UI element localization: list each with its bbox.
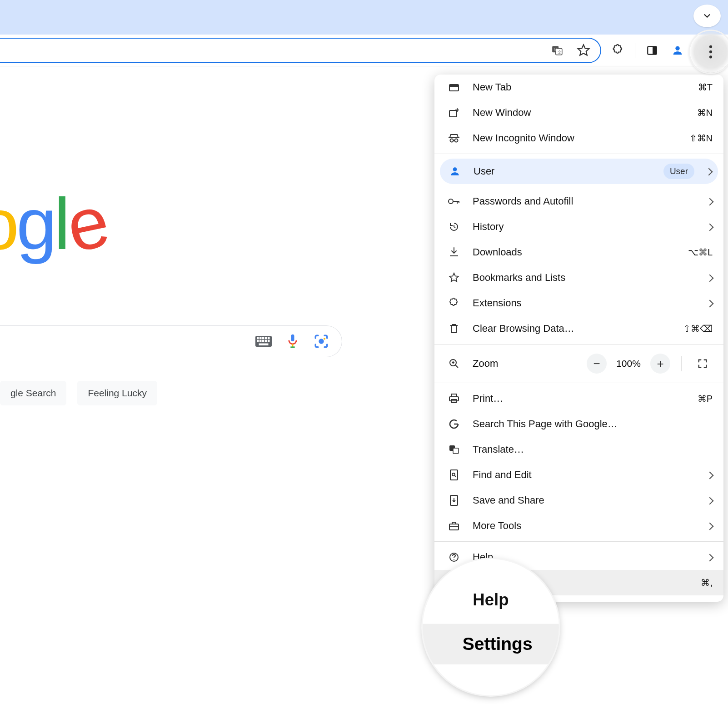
zoom-in-button[interactable]: + xyxy=(650,354,670,374)
incognito-icon xyxy=(447,134,461,143)
google-buttons: gle Search Feeling Lucky xyxy=(0,381,157,405)
star-icon xyxy=(447,272,461,283)
svg-rect-19 xyxy=(265,340,267,342)
puzzle-icon xyxy=(612,44,624,57)
toolbar-divider xyxy=(635,43,635,58)
chevron-right-icon xyxy=(706,165,712,177)
chevron-right-icon xyxy=(707,469,713,481)
svg-text:G: G xyxy=(553,47,557,51)
menu-new-window[interactable]: New Window ⌘N xyxy=(434,100,723,125)
fullscreen-icon xyxy=(698,359,708,369)
menu-bookmarks[interactable]: Bookmarks and Lists xyxy=(434,265,723,290)
svg-point-36 xyxy=(453,167,457,171)
menu-more-tools[interactable]: More Tools xyxy=(434,513,723,539)
menu-item-label: Clear Browsing Data… xyxy=(473,323,671,335)
menu-shortcut: ⌘, xyxy=(701,577,713,588)
menu-find[interactable]: Find and Edit xyxy=(434,462,723,488)
menu-divider xyxy=(434,383,723,383)
fullscreen-button[interactable] xyxy=(693,354,713,374)
zoom-value: 100% xyxy=(615,358,642,369)
keyboard-icon[interactable] xyxy=(255,335,272,347)
svg-rect-29 xyxy=(449,110,457,117)
menu-button-highlight xyxy=(690,31,728,73)
google-logo: oogle xyxy=(0,182,105,266)
chevron-right-icon xyxy=(707,195,713,207)
toolbar: G文 xyxy=(0,35,728,66)
menu-settings[interactable]: Settings ⌘, xyxy=(434,570,723,595)
save-icon xyxy=(447,494,461,506)
svg-rect-15 xyxy=(268,337,270,340)
chevron-right-icon xyxy=(707,551,713,563)
menu-extensions[interactable]: Extensions xyxy=(434,290,723,316)
menu-item-label: New Window xyxy=(473,107,685,119)
menu-shortcut: ⌘T xyxy=(698,82,713,93)
menu-item-label: Help xyxy=(473,551,695,563)
zoom-out-button[interactable]: − xyxy=(587,354,607,374)
sidepanel-button[interactable] xyxy=(643,42,661,59)
translate-icon[interactable]: G文 xyxy=(548,42,566,59)
extensions-button[interactable] xyxy=(609,42,627,59)
menu-search-page[interactable]: Search This Page with Google… xyxy=(434,411,723,437)
menu-item-label: History xyxy=(473,221,695,233)
zoom-divider xyxy=(681,356,682,371)
menu-save-share[interactable]: Save and Share xyxy=(434,488,723,513)
lens-icon[interactable] xyxy=(314,334,329,349)
menu-shortcut: ⇧⌘⌫ xyxy=(683,323,713,334)
svg-rect-52 xyxy=(450,470,458,480)
menu-help[interactable]: Help xyxy=(434,544,723,570)
menu-shortcut: ⌥⌘L xyxy=(688,247,713,258)
menu-incognito[interactable]: New Incognito Window ⇧⌘N xyxy=(434,125,723,151)
menu-button[interactable] xyxy=(702,43,719,60)
menu-divider xyxy=(434,154,723,154)
menu-item-label: More Tools xyxy=(473,520,695,532)
user-badge: User xyxy=(663,164,694,179)
svg-point-26 xyxy=(324,338,325,340)
help-icon xyxy=(447,552,461,563)
menu-new-tab[interactable]: New Tab ⌘T xyxy=(434,75,723,100)
svg-rect-17 xyxy=(259,340,262,342)
menu-item-label: New Incognito Window xyxy=(473,132,678,144)
svg-point-7 xyxy=(709,45,712,48)
translate-icon xyxy=(447,444,461,455)
profile-button[interactable] xyxy=(669,42,686,59)
menu-user[interactable]: User User xyxy=(440,159,718,184)
menu-item-label: New Tab xyxy=(473,81,686,93)
gear-icon xyxy=(447,577,461,589)
menu-clear-data[interactable]: Clear Browsing Data… ⇧⌘⌫ xyxy=(434,316,723,341)
menu-passwords[interactable]: Passwords and Autofill xyxy=(434,189,723,214)
user-icon xyxy=(448,165,462,177)
svg-point-60 xyxy=(454,559,454,560)
menu-item-label: Extensions xyxy=(473,297,695,309)
titlebar xyxy=(0,0,728,35)
menu-divider xyxy=(434,541,723,542)
menu-item-label: Save and Share xyxy=(473,494,695,506)
google-search-input[interactable] xyxy=(0,325,342,357)
svg-point-33 xyxy=(450,139,454,142)
menu-shortcut: ⌘N xyxy=(697,107,713,118)
feeling-lucky-button[interactable]: Feeling Lucky xyxy=(77,381,157,405)
mic-icon[interactable] xyxy=(286,334,299,349)
trash-icon xyxy=(447,323,461,334)
star-icon[interactable] xyxy=(575,42,592,59)
menu-item-label: Search This Page with Google… xyxy=(473,418,713,430)
google-search-button[interactable]: gle Search xyxy=(0,381,66,405)
menu-item-label: Print… xyxy=(473,393,686,404)
svg-rect-16 xyxy=(257,340,259,342)
print-icon xyxy=(447,394,461,404)
svg-point-6 xyxy=(675,46,679,50)
omnibox[interactable]: G文 xyxy=(0,38,601,63)
menu-translate[interactable]: Translate… xyxy=(434,437,723,462)
menu-history[interactable]: History xyxy=(434,214,723,240)
menu-print[interactable]: Print… ⌘P xyxy=(434,386,723,411)
svg-rect-47 xyxy=(449,397,459,401)
menu-shortcut: ⌘P xyxy=(698,393,713,404)
toolbox-icon xyxy=(447,521,461,531)
svg-rect-51 xyxy=(453,448,459,454)
menu-item-label: Find and Edit xyxy=(473,469,695,481)
tab-search-button[interactable] xyxy=(693,5,721,27)
find-icon xyxy=(447,469,461,481)
vertical-dots-icon xyxy=(709,45,713,59)
svg-point-9 xyxy=(709,55,712,58)
menu-item-label: Zoom xyxy=(473,358,575,369)
menu-downloads[interactable]: Downloads ⌥⌘L xyxy=(434,240,723,265)
